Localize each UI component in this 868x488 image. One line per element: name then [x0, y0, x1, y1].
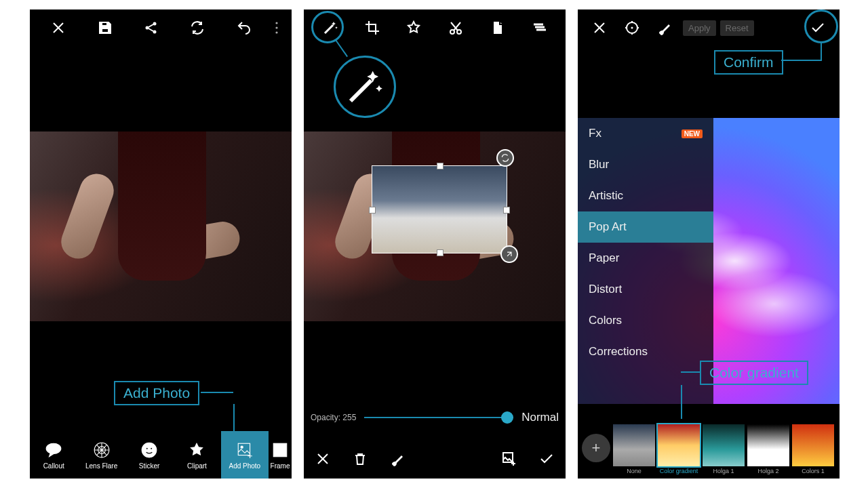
target-icon[interactable] [616, 9, 648, 46]
undo-icon[interactable] [221, 9, 267, 46]
tool-frame[interactable]: Frame [269, 431, 292, 479]
tool-label: Add Photo [229, 462, 260, 470]
svg-point-11 [142, 443, 157, 458]
fx-item-artistic[interactable]: Artistic [578, 180, 713, 211]
svg-rect-0 [102, 22, 107, 26]
svg-point-15 [241, 446, 243, 448]
close-icon[interactable] [583, 9, 616, 46]
preset-label: Color gradient [660, 468, 698, 474]
opacity-slider-row: Opacity: 255 Normal [304, 403, 566, 432]
cut-icon[interactable] [435, 9, 477, 46]
cancel-icon[interactable] [304, 441, 341, 477]
brush-icon[interactable] [648, 9, 681, 46]
screen-effects-tool: Opacity: 255 Normal [304, 9, 566, 479]
svg-rect-14 [238, 443, 250, 455]
more-icon[interactable] [267, 9, 286, 46]
opacity-label: Opacity: 255 [311, 413, 356, 422]
svg-point-7 [275, 31, 277, 33]
canvas-photo[interactable] [304, 131, 566, 321]
close-icon[interactable] [35, 9, 81, 46]
page-icon[interactable] [477, 9, 519, 46]
canvas-photo[interactable] [30, 131, 292, 321]
preset-holga2[interactable]: Holga 2 [747, 424, 789, 474]
annotation-color-gradient: Color gradient [700, 361, 808, 385]
annotation-confirm: Confirm [714, 50, 783, 75]
tool-label: Clipart [187, 462, 207, 470]
tool-addphoto[interactable]: Add Photo [221, 431, 269, 479]
svg-point-13 [151, 447, 153, 449]
annotation-effects-small [311, 11, 344, 43]
fx-item-distort[interactable]: Distort [578, 274, 713, 305]
bottom-toolstrip: Callout Lens Flare Sticker Clipart Add P… [30, 431, 292, 479]
tool-callout[interactable]: Callout [30, 431, 77, 479]
confirm-icon[interactable] [528, 441, 566, 477]
refresh-icon[interactable] [174, 9, 220, 46]
svg-rect-1 [102, 28, 108, 33]
tool-label: Frame [271, 462, 290, 470]
tool-label: Callout [43, 462, 64, 470]
blend-mode-select[interactable]: Normal [521, 411, 559, 424]
layers-icon[interactable] [518, 9, 560, 46]
svg-rect-16 [273, 443, 287, 457]
add-preset-button[interactable]: + [582, 434, 610, 462]
fx-category-list: FxNEW Blur Artistic Pop Art Paper Distor… [578, 118, 713, 404]
preset-none[interactable]: None [613, 424, 655, 474]
rotate-handle-icon[interactable] [496, 149, 514, 167]
preset-holga1[interactable]: Holga 1 [703, 424, 745, 474]
fx-item-fx[interactable]: FxNEW [578, 118, 713, 149]
inserted-photo[interactable] [372, 165, 507, 253]
bottom-action-bar [304, 441, 566, 479]
svg-point-5 [275, 22, 277, 24]
tool-lensflare[interactable]: Lens Flare [77, 431, 125, 479]
top-toolbar: Apply Reset [578, 9, 840, 46]
save-icon[interactable] [81, 9, 127, 46]
reset-button[interactable]: Reset [720, 20, 754, 36]
fx-item-paper[interactable]: Paper [578, 243, 713, 274]
tool-label: Sticker [139, 462, 160, 470]
tool-label: Lens Flare [85, 462, 117, 470]
annotation-effects-big [334, 56, 396, 118]
brush-icon[interactable] [378, 441, 416, 477]
fx-item-blur[interactable]: Blur [578, 149, 713, 180]
screen-edit-add-photo: Add Photo Callout Lens Flare Sticker Cli… [30, 9, 292, 479]
svg-point-12 [146, 447, 148, 449]
top-toolbar [30, 9, 292, 46]
scale-handle-icon[interactable] [500, 245, 518, 263]
preset-color-gradient[interactable]: Color gradient [658, 424, 700, 474]
annotation-add-photo: Add Photo [114, 381, 199, 405]
new-badge: NEW [682, 129, 703, 138]
share-icon[interactable] [128, 9, 174, 46]
preset-label: Holga 2 [757, 468, 778, 474]
svg-point-21 [631, 27, 633, 29]
tool-sticker[interactable]: Sticker [125, 431, 173, 479]
tool-clipart[interactable]: Clipart [173, 431, 220, 479]
preset-label: Colors 1 [802, 468, 825, 474]
preset-label: Holga 1 [713, 468, 734, 474]
apply-button[interactable]: Apply [683, 20, 716, 36]
svg-point-8 [46, 443, 61, 453]
preset-row: + None Color gradient Holga 1 Holga 2 Co… [578, 415, 840, 479]
opacity-slider[interactable] [364, 417, 513, 418]
preset-label: None [627, 468, 642, 474]
crop-icon[interactable] [351, 9, 393, 46]
fx-item-popart[interactable]: Pop Art [578, 211, 713, 243]
annotation-confirm-circle [804, 9, 838, 43]
screen-fx-popart: Apply Reset Confirm FxNEW Blur Artistic … [578, 9, 840, 479]
preset-colors1[interactable]: Colors 1 [792, 424, 834, 474]
delete-icon[interactable] [341, 441, 378, 477]
svg-point-6 [275, 26, 277, 28]
fx-item-corrections[interactable]: Corrections [578, 336, 713, 367]
add-photo-icon[interactable] [491, 441, 528, 477]
star-icon[interactable] [393, 9, 435, 46]
fx-item-colors[interactable]: Colors [578, 305, 713, 336]
